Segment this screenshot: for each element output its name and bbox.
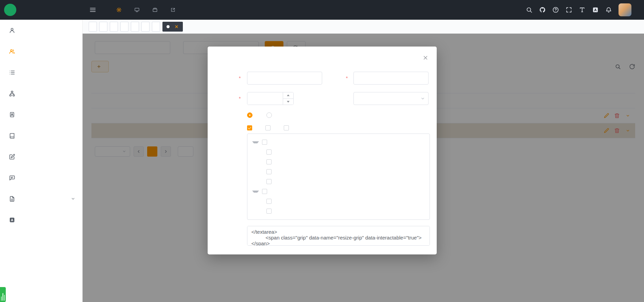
checkbox-box	[265, 125, 271, 130]
book-icon	[9, 132, 15, 139]
checkbox-box[interactable]	[266, 199, 272, 204]
role-order-stepper	[247, 92, 294, 105]
checkbox-box[interactable]	[266, 149, 272, 155]
status-radio-disabled[interactable]	[266, 112, 274, 118]
remark-textarea-wrap: </text‌area> <span class="grip" data-nam…	[247, 226, 430, 247]
sidebar-toggle-icon[interactable]	[89, 6, 96, 13]
caret-down-icon[interactable]	[252, 191, 259, 193]
sidebar-item-departments[interactable]	[0, 83, 82, 104]
avatar[interactable]	[619, 3, 631, 16]
nav-item-system-tools[interactable]	[147, 0, 165, 20]
increase-button[interactable]	[283, 92, 293, 99]
tags-bar	[83, 20, 644, 34]
tree-node[interactable]	[250, 147, 427, 157]
checkbox-box	[247, 125, 252, 130]
role-order-input[interactable]	[247, 92, 283, 105]
tab-menu-admin[interactable]	[152, 22, 160, 32]
bell-icon[interactable]	[605, 6, 612, 13]
app-logo	[4, 4, 16, 16]
mini-chart-widget[interactable]	[0, 287, 6, 302]
edit-role-dialog: </text‌area> <span class="grip" data-nam…	[208, 47, 437, 254]
role-name-input[interactable]	[247, 72, 322, 85]
form-row	[214, 125, 430, 130]
sidebar-item-roles[interactable]	[0, 41, 82, 62]
checkbox-box[interactable]	[266, 159, 272, 164]
tree-node[interactable]	[250, 137, 427, 147]
fullscreen-icon[interactable]	[565, 6, 572, 13]
tree-node[interactable]	[250, 157, 427, 167]
sidebar-item-i18n[interactable]	[0, 209, 82, 230]
sidebar-item-posts[interactable]	[0, 104, 82, 125]
document-icon	[9, 196, 15, 202]
select-all-checkbox[interactable]	[265, 125, 273, 130]
tab-i18n[interactable]	[131, 22, 139, 32]
caret-down-icon[interactable]	[252, 141, 259, 143]
announcement-icon	[9, 175, 15, 181]
tree-node[interactable]	[250, 177, 427, 186]
tab-send-mail[interactable]	[120, 22, 128, 32]
stepper-buttons	[283, 92, 293, 105]
sidebar-item-menus[interactable]	[0, 62, 82, 83]
app-page: </text‌area> <span class="grip" data-nam…	[0, 0, 644, 302]
language-icon[interactable]	[592, 6, 599, 13]
edit-square-icon	[9, 154, 15, 160]
caret-up-icon	[287, 94, 290, 96]
radio-dot	[247, 112, 253, 118]
data-scope-value[interactable]	[353, 92, 429, 105]
perm-char-input[interactable]	[353, 72, 429, 85]
role-name-label	[214, 75, 242, 81]
perm-char-label	[326, 75, 349, 81]
id-badge-icon	[9, 111, 15, 118]
checkbox-box[interactable]	[266, 169, 272, 174]
tree-node[interactable]	[250, 206, 427, 216]
expand-collapse-checkbox[interactable]	[247, 125, 255, 130]
dialog-body: </text‌area> <span class="grip" data-nam…	[208, 63, 437, 247]
search-icon[interactable]	[526, 6, 533, 13]
tree-node[interactable]	[250, 167, 427, 177]
tree-node[interactable]	[250, 186, 427, 196]
tab-code-gen[interactable]	[110, 22, 118, 32]
status-radio-normal[interactable]	[247, 112, 255, 118]
tab-role-admin[interactable]	[162, 22, 183, 32]
sidebar-item-parameters[interactable]	[0, 146, 82, 167]
close-icon[interactable]	[422, 55, 429, 61]
caret-down-icon	[287, 101, 290, 103]
checkbox-box[interactable]	[266, 179, 272, 184]
sidebar	[0, 20, 83, 302]
tab-article-list[interactable]	[99, 22, 107, 32]
data-scope-select[interactable]	[353, 92, 429, 105]
checkbox-box[interactable]	[266, 209, 272, 214]
nav-item-system-admin[interactable]	[111, 0, 129, 20]
sidebar-item-notices[interactable]	[0, 167, 82, 188]
github-icon[interactable]	[539, 6, 546, 13]
parent-child-link-checkbox[interactable]	[284, 125, 291, 130]
form-row	[214, 112, 430, 118]
form-row	[214, 92, 430, 105]
nav-item-console[interactable]	[101, 0, 111, 20]
permission-tree	[247, 134, 430, 220]
brand[interactable]	[0, 4, 83, 16]
checkbox-box	[284, 125, 289, 130]
checkbox-box[interactable]	[262, 189, 267, 194]
header-actions	[526, 3, 644, 16]
tree-node[interactable]	[250, 196, 427, 206]
nav-item-system-monitor[interactable]	[129, 0, 147, 20]
decrease-button[interactable]	[283, 99, 293, 105]
gear-icon	[116, 7, 122, 13]
help-icon[interactable]	[552, 6, 559, 13]
close-tab-icon[interactable]	[174, 24, 179, 29]
sidebar-item-logs[interactable]	[0, 188, 82, 209]
checkbox-box[interactable]	[262, 140, 267, 145]
menu-list-icon	[9, 69, 15, 76]
remark-textarea[interactable]: </text‌area> <span class="grip" data-nam…	[247, 226, 430, 246]
sidebar-item-dictionaries[interactable]	[0, 125, 82, 146]
dialog-header	[208, 47, 437, 63]
form-row	[214, 72, 430, 85]
nav-item-official-site[interactable]	[165, 0, 183, 20]
tab-home[interactable]	[89, 22, 97, 32]
top-nav	[101, 0, 183, 20]
font-size-icon[interactable]	[579, 6, 586, 13]
tab-system-api[interactable]	[141, 22, 150, 32]
toolbox-icon	[152, 7, 158, 13]
sidebar-item-users[interactable]	[0, 20, 82, 41]
